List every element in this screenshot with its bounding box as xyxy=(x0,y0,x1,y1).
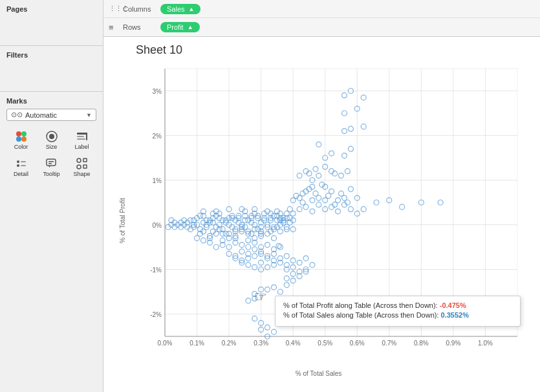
svg-text:0.4%: 0.4% xyxy=(286,340,301,347)
shelf-area: ⋮⋮⋮ Columns Sales ▲ ≡ Rows Profit ▲ xyxy=(103,0,540,37)
label-button[interactable]: Label xyxy=(67,126,96,152)
chart-title: Sheet 10 xyxy=(136,43,534,57)
svg-text:1.0%: 1.0% xyxy=(478,340,493,347)
filters-section: Filters xyxy=(0,46,103,92)
size-button[interactable]: Size xyxy=(37,126,66,152)
svg-text:-2%: -2% xyxy=(150,311,162,318)
svg-point-0 xyxy=(16,131,21,136)
svg-text:0.8%: 0.8% xyxy=(414,340,429,347)
columns-shelf: ⋮⋮⋮ Columns Sales ▲ xyxy=(103,0,540,18)
svg-rect-16 xyxy=(49,161,54,162)
svg-rect-21 xyxy=(83,165,87,168)
svg-rect-22 xyxy=(165,69,517,336)
svg-point-1 xyxy=(21,131,27,136)
rows-shelf-label: Rows xyxy=(123,23,155,31)
x-axis-label: % of Total Sales xyxy=(296,370,342,377)
tooltip-label: Tooltip xyxy=(43,171,59,177)
detail-button[interactable]: Detail xyxy=(6,153,36,179)
svg-rect-6 xyxy=(77,133,87,135)
marks-section: Marks ⊙⊙ Automatic ▼ Color xyxy=(0,92,103,392)
svg-text:0.1%: 0.1% xyxy=(189,340,204,347)
shape-label: Shape xyxy=(73,171,90,177)
detail-icon xyxy=(12,157,31,171)
marks-dropdown[interactable]: ⊙⊙ Automatic ▼ xyxy=(6,109,96,121)
svg-text:0.6%: 0.6% xyxy=(350,340,365,347)
rows-icon: ≡ xyxy=(109,23,119,32)
filters-content xyxy=(6,61,96,87)
svg-rect-9 xyxy=(86,133,87,140)
svg-text:0.7%: 0.7% xyxy=(382,340,396,347)
svg-text:3%: 3% xyxy=(153,88,162,95)
marks-label: Marks xyxy=(6,97,96,105)
svg-rect-12 xyxy=(21,161,26,162)
svg-rect-8 xyxy=(77,138,85,140)
svg-point-5 xyxy=(49,134,54,139)
left-panel: Pages Filters Marks ⊙⊙ Automatic ▼ xyxy=(0,0,103,392)
svg-rect-19 xyxy=(83,158,87,162)
svg-point-18 xyxy=(77,158,81,162)
svg-marker-15 xyxy=(49,166,50,168)
svg-text:0.3%: 0.3% xyxy=(254,340,268,347)
shape-icon xyxy=(72,157,92,171)
svg-text:-1%: -1% xyxy=(150,267,162,274)
columns-pill[interactable]: Sales ▲ xyxy=(160,4,200,14)
color-button[interactable]: Color xyxy=(6,126,36,152)
svg-point-10 xyxy=(17,160,19,163)
svg-text:2%: 2% xyxy=(153,133,162,140)
rows-pill-text: Profit xyxy=(167,23,184,31)
tooltip-icon xyxy=(42,157,61,171)
svg-text:0.5%: 0.5% xyxy=(318,340,332,347)
chart-container: Sheet 10 % of Total Profit 3%2%1%0%-1%-2… xyxy=(103,37,540,392)
pages-content xyxy=(6,16,96,41)
pages-section: Pages xyxy=(0,0,103,46)
svg-point-20 xyxy=(77,165,81,169)
svg-text:0.0%: 0.0% xyxy=(158,340,173,347)
svg-text:0.2%: 0.2% xyxy=(222,340,237,347)
marks-dropdown-icon: ⊙⊙ xyxy=(11,111,23,119)
svg-point-11 xyxy=(17,164,19,167)
marks-buttons-grid: Color Size xyxy=(6,126,96,179)
size-icon xyxy=(42,129,61,144)
chart-svg: 3%2%1%0%-1%-2%0.0%0.1%0.2%0.3%0.4%0.5%0.… xyxy=(136,62,527,359)
main-area: ⋮⋮⋮ Columns Sales ▲ ≡ Rows Profit ▲ Shee… xyxy=(103,0,540,392)
detail-label: Detail xyxy=(14,171,28,177)
shape-button[interactable]: Shape xyxy=(67,153,96,179)
filters-label: Filters xyxy=(6,51,96,59)
svg-point-3 xyxy=(21,136,27,142)
columns-icon: ⋮⋮⋮ xyxy=(109,5,119,13)
rows-pill[interactable]: Profit ▲ xyxy=(160,22,200,32)
rows-pill-triangle: ▲ xyxy=(188,24,193,30)
marks-type-label: Automatic xyxy=(25,111,86,119)
svg-point-2 xyxy=(16,136,21,142)
label-label: Label xyxy=(74,144,89,150)
svg-rect-14 xyxy=(47,159,56,166)
svg-rect-17 xyxy=(49,163,52,164)
y-axis-label: % of Total Profit xyxy=(119,188,126,253)
svg-rect-13 xyxy=(21,165,26,166)
svg-rect-7 xyxy=(77,136,84,137)
columns-shelf-label: Columns xyxy=(123,5,155,13)
color-icon xyxy=(12,129,31,144)
columns-pill-triangle: ▲ xyxy=(189,6,195,12)
rows-shelf: ≡ Rows Profit ▲ xyxy=(103,18,540,36)
svg-text:0.9%: 0.9% xyxy=(446,340,461,347)
color-label: Color xyxy=(14,144,28,150)
columns-pill-text: Sales xyxy=(167,5,185,13)
chart-inner: % of Total Profit 3%2%1%0%-1%-2%0.0%0.1%… xyxy=(110,62,534,378)
label-icon xyxy=(72,129,92,144)
svg-text:1%: 1% xyxy=(153,177,162,184)
svg-text:0%: 0% xyxy=(153,222,162,229)
size-label: Size xyxy=(46,144,58,150)
pages-label: Pages xyxy=(6,5,96,13)
tooltip-button[interactable]: Tooltip xyxy=(37,153,66,179)
marks-dropdown-arrow: ▼ xyxy=(86,112,92,118)
